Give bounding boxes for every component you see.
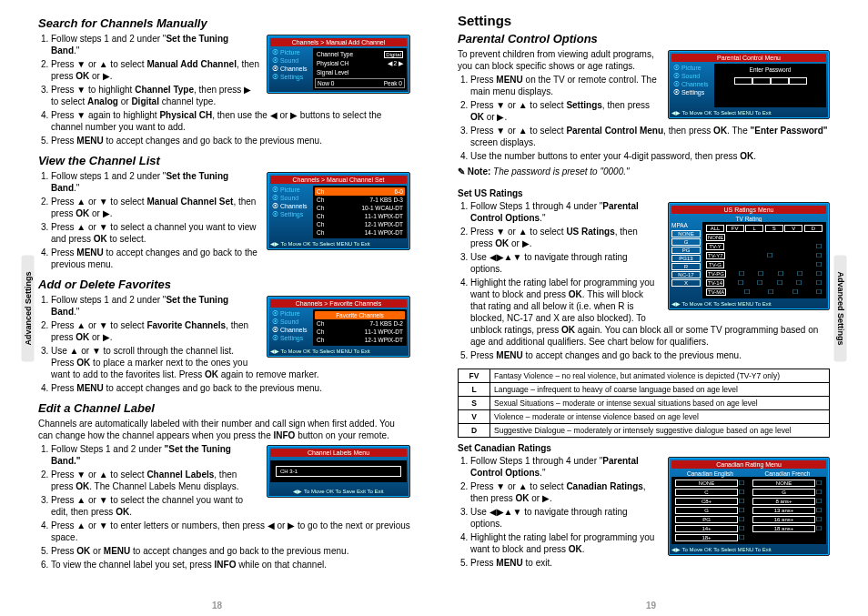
scr-footer: ◀▶ To Move OK To Save Exit To Exit — [270, 486, 407, 494]
scr-title: Channels > Manual Add Channel — [270, 38, 407, 46]
scr-menu-item: ⦿ Sound — [270, 56, 310, 65]
heading-view: View the Channel List — [38, 154, 410, 167]
heading-us: Set US Ratings — [458, 188, 830, 198]
scr-footer: ◀▶ To Move OK To Select MENU To Exit — [671, 544, 826, 552]
heading-parental: Parental Control Options — [458, 32, 830, 45]
scr-menu-item: ⦿ Settings — [270, 73, 310, 81]
scr-menu-item: ⦿ Channels — [671, 80, 712, 88]
page-number-right: 19 — [434, 601, 868, 611]
label: Signal Level — [317, 69, 348, 76]
value: Digital — [384, 51, 403, 58]
page-19: Advanced Settings Settings Parental Cont… — [434, 0, 868, 616]
screenshot-channel-list: Channels > Manual Channel Set ⦿ Picture … — [267, 172, 410, 250]
scr-menu-item: ⦿ Settings — [270, 334, 310, 342]
heading-edit: Edit a Channel Label — [38, 401, 410, 415]
screenshot-us-ratings: US Ratings Menu TV Rating MPAA NONE G PG… — [668, 202, 830, 310]
scr-title: Channel Labels Menu — [270, 449, 407, 457]
value: Peak 0 — [384, 80, 402, 86]
heading-can: Set Canadian Ratings — [458, 443, 830, 453]
scr-menu-item: ⦿ Channels — [270, 326, 310, 334]
scr-footer: ◀▶ To Move OK To Select MENU To Exit — [270, 238, 407, 247]
side-tab-right: Advanced Settings — [833, 255, 846, 361]
label: Physical CH — [317, 60, 348, 67]
page-number-left: 18 — [0, 601, 434, 611]
scr-footer: ◀▶ To Move OK To Select MENU To Exit — [671, 298, 826, 307]
label: Channel Type — [317, 51, 353, 58]
scr-title: Channels > Manual Channel Set — [270, 176, 407, 184]
qualifiers-table: FVFantasy Violence – no real violence, b… — [458, 369, 830, 438]
scr-title: Parental Control Menu — [671, 54, 826, 62]
scr-menu-item: ⦿ Channels — [270, 65, 310, 73]
scr-title: Channels > Favorite Channels — [270, 299, 407, 308]
scr-footer: ◀▶ To Move OK To Select MENU To Exit — [671, 107, 826, 116]
scr-menu-item: ⦿ Picture — [270, 309, 310, 318]
edit-intro: Channels are automatically labeled with … — [38, 418, 410, 441]
heading-fav: Add or Delete Favorites — [38, 278, 410, 291]
subtitle: TV Rating — [671, 216, 826, 222]
note-password: ✎ Note: The password is preset to "0000.… — [458, 166, 830, 177]
pencil-icon: ✎ — [458, 167, 468, 177]
label: Now 0 — [318, 80, 334, 86]
page-18: Advanced Settings Search for Channels Ma… — [0, 0, 434, 616]
screenshot-parental: Parental Control Menu ⦿ Picture ⦿ Sound … — [668, 50, 830, 119]
scr-title: US Ratings Menu — [671, 206, 826, 214]
scr-menu-item: ⦿ Picture — [270, 48, 310, 56]
value: ◀ 2 ▶ — [388, 60, 403, 67]
scr-menu-item: ⦿ Sound — [270, 318, 310, 326]
screenshot-labels: Channel Labels Menu CH 3-1 ◀▶ To Move OK… — [267, 445, 410, 498]
scr-sidebar: ⦿ Picture ⦿ Sound ⦿ Channels ⦿ Settings — [270, 48, 310, 81]
heading-settings: Settings — [458, 13, 830, 28]
scr-footer: ◀▶ To Move OK To Select MENU To Exit — [270, 346, 407, 354]
scr-menu-item: ⦿ Picture — [671, 64, 712, 72]
scr-menu-item: ⦿ Picture — [270, 186, 310, 194]
scr-menu-item: ⦿ Settings — [270, 210, 310, 218]
scr-menu-item: ⦿ Sound — [270, 194, 310, 202]
scr-menu-item: ⦿ Settings — [671, 88, 712, 96]
screenshot-add-channel: Channels > Manual Add Channel ⦿ Picture … — [267, 35, 410, 94]
scr-menu-item: ⦿ Channels — [270, 202, 310, 210]
screenshot-can-ratings: Canadian Rating Menu Canadian EnglishCan… — [668, 457, 830, 556]
page-spread: Advanced Settings Search for Channels Ma… — [0, 0, 868, 616]
heading-search: Search for Channels Manually — [38, 16, 410, 30]
scr-panel: Channel TypeDigital Physical CH◀ 2 ▶ Sig… — [313, 48, 407, 90]
scr-menu-item: ⦿ Sound — [671, 72, 712, 80]
label-field: CH 3-1 — [276, 466, 401, 477]
side-tab-left: Advanced Settings — [22, 255, 35, 361]
scr-title: Canadian Rating Menu — [671, 460, 826, 469]
screenshot-favorites: Channels > Favorite Channels ⦿ Picture ⦿… — [267, 296, 410, 358]
